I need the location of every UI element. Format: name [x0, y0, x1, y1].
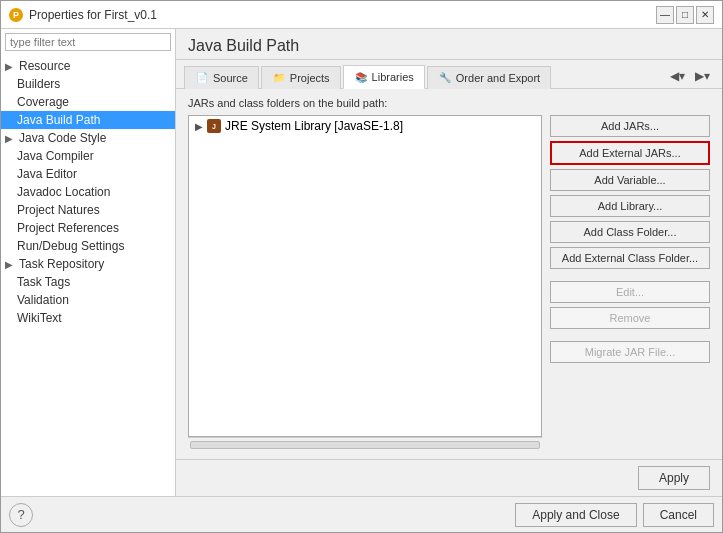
sidebar-item-label: Validation [17, 293, 69, 307]
buttons-panel: Add JARs... Add External JARs... Add Var… [550, 115, 710, 451]
sidebar-item-builders[interactable]: Builders [1, 75, 175, 93]
sidebar-item-wikitext[interactable]: WikiText [1, 309, 175, 327]
window-icon: P [9, 8, 23, 22]
sidebar-item-task-tags[interactable]: Task Tags [1, 273, 175, 291]
libraries-tab-icon: 📚 [354, 70, 368, 84]
sidebar-item-java-code-style[interactable]: ▶Java Code Style [1, 129, 175, 147]
sidebar-item-java-editor[interactable]: Java Editor [1, 165, 175, 183]
build-path-area: ▶ J JRE System Library [JavaSE-1.8] Add … [188, 115, 710, 451]
source-tab-icon: 📄 [195, 71, 209, 85]
cancel-button[interactable]: Cancel [643, 503, 714, 527]
sidebar-item-label: Project Natures [17, 203, 100, 217]
main-content: JARs and class folders on the build path… [176, 89, 722, 459]
buttons-spacer [550, 273, 710, 277]
content-label: JARs and class folders on the build path… [188, 97, 710, 109]
remove-button[interactable]: Remove [550, 307, 710, 329]
order-tab-icon: 🔧 [438, 71, 452, 85]
scrollbar-area [188, 437, 542, 451]
tab-libraries-label: Libraries [372, 71, 414, 83]
sidebar-item-label: Task Tags [17, 275, 70, 289]
main-title: Java Build Path [176, 29, 722, 60]
help-button[interactable]: ? [9, 503, 33, 527]
apply-button[interactable]: Apply [638, 466, 710, 490]
sidebar-item-task-repository[interactable]: ▶Task Repository [1, 255, 175, 273]
nav-arrows: ◀▾ ▶▾ [666, 67, 714, 85]
nav-forward-button[interactable]: ▶▾ [691, 67, 714, 85]
help-icon: ? [17, 507, 24, 522]
minimize-button[interactable]: — [656, 6, 674, 24]
add-external-class-folder-button[interactable]: Add External Class Folder... [550, 247, 710, 269]
tab-order-export-label: Order and Export [456, 72, 540, 84]
sidebar: ▶ResourceBuildersCoverageJava Build Path… [1, 29, 176, 496]
sidebar-item-run-debug-settings[interactable]: Run/Debug Settings [1, 237, 175, 255]
title-controls: — □ ✕ [656, 6, 714, 24]
tabs-bar: 📄 Source 📁 Projects 📚 Libraries 🔧 Order … [176, 60, 722, 89]
sidebar-item-label: Java Compiler [17, 149, 94, 163]
sidebar-item-label: Java Editor [17, 167, 77, 181]
jre-icon: J [207, 119, 221, 133]
bottom-bar: Apply [176, 459, 722, 496]
apply-close-button[interactable]: Apply and Close [515, 503, 636, 527]
title-bar-left: P Properties for First_v0.1 [9, 8, 157, 22]
projects-tab-icon: 📁 [272, 71, 286, 85]
sidebar-tree: ▶ResourceBuildersCoverageJava Build Path… [1, 55, 175, 496]
horizontal-scrollbar[interactable] [190, 441, 540, 449]
sidebar-item-label: Project References [17, 221, 119, 235]
maximize-button[interactable]: □ [676, 6, 694, 24]
sidebar-item-label: Run/Debug Settings [17, 239, 124, 253]
sidebar-item-label: Builders [17, 77, 60, 91]
sidebar-item-label: Coverage [17, 95, 69, 109]
add-library-button[interactable]: Add Library... [550, 195, 710, 217]
sidebar-item-label: Java Code Style [19, 131, 106, 145]
jre-label: JRE System Library [JavaSE-1.8] [225, 119, 403, 133]
sidebar-item-javadoc-location[interactable]: Javadoc Location [1, 183, 175, 201]
sidebar-item-coverage[interactable]: Coverage [1, 93, 175, 111]
sidebar-item-label: Resource [19, 59, 70, 73]
sidebar-item-label: WikiText [17, 311, 62, 325]
add-variable-button[interactable]: Add Variable... [550, 169, 710, 191]
add-external-jars-button[interactable]: Add External JARs... [550, 141, 710, 165]
sidebar-item-label: Java Build Path [17, 113, 100, 127]
footer-bar: ? Apply and Close Cancel [1, 496, 722, 532]
close-button[interactable]: ✕ [696, 6, 714, 24]
edit-button[interactable]: Edit... [550, 281, 710, 303]
buttons-spacer-2 [550, 333, 710, 337]
sidebar-item-validation[interactable]: Validation [1, 291, 175, 309]
nav-back-button[interactable]: ◀▾ [666, 67, 689, 85]
tab-order-export[interactable]: 🔧 Order and Export [427, 66, 551, 89]
tab-projects[interactable]: 📁 Projects [261, 66, 341, 89]
tab-projects-label: Projects [290, 72, 330, 84]
sidebar-item-java-build-path[interactable]: Java Build Path [1, 111, 175, 129]
sidebar-item-project-natures[interactable]: Project Natures [1, 201, 175, 219]
expand-arrow-icon: ▶ [5, 133, 13, 144]
content-area: ▶ResourceBuildersCoverageJava Build Path… [1, 29, 722, 496]
expand-arrow-icon: ▶ [5, 61, 13, 72]
sidebar-item-project-references[interactable]: Project References [1, 219, 175, 237]
add-jars-button[interactable]: Add JARs... [550, 115, 710, 137]
tab-source[interactable]: 📄 Source [184, 66, 259, 89]
tab-source-label: Source [213, 72, 248, 84]
expand-arrow-icon: ▶ [5, 259, 13, 270]
main-window: P Properties for First_v0.1 — □ ✕ ▶Resou… [0, 0, 723, 533]
sidebar-item-label: Javadoc Location [17, 185, 110, 199]
tree-panel: ▶ J JRE System Library [JavaSE-1.8] [188, 115, 542, 437]
filter-input[interactable] [5, 33, 171, 51]
main-panel: Java Build Path 📄 Source 📁 Projects 📚 Li… [176, 29, 722, 496]
title-bar: P Properties for First_v0.1 — □ ✕ [1, 1, 722, 29]
add-class-folder-button[interactable]: Add Class Folder... [550, 221, 710, 243]
sidebar-item-label: Task Repository [19, 257, 104, 271]
migrate-jar-button[interactable]: Migrate JAR File... [550, 341, 710, 363]
window-title: Properties for First_v0.1 [29, 8, 157, 22]
tree-item-jre[interactable]: ▶ J JRE System Library [JavaSE-1.8] [189, 116, 541, 136]
tree-arrow-icon: ▶ [195, 121, 203, 132]
sidebar-item-resource[interactable]: ▶Resource [1, 57, 175, 75]
footer-buttons: Apply and Close Cancel [515, 503, 714, 527]
sidebar-item-java-compiler[interactable]: Java Compiler [1, 147, 175, 165]
tab-libraries[interactable]: 📚 Libraries [343, 65, 425, 89]
